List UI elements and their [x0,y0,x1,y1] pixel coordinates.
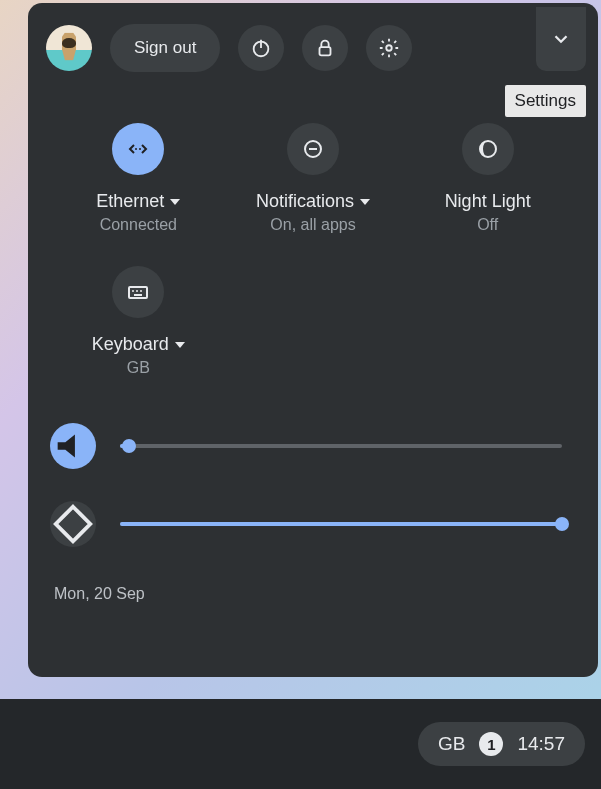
quick-settings-panel: Sign out Settings Ethernet Connected [28,3,598,677]
ime-indicator: GB [438,733,465,755]
settings-button[interactable] [366,25,412,71]
keyboard-status: GB [127,359,150,377]
night-light-icon [476,137,500,161]
power-icon [250,37,272,59]
do-not-disturb-icon [301,137,325,161]
tile-notifications: Notifications On, all apps [231,123,396,234]
clock: 14:57 [517,733,565,755]
chevron-down-icon [550,28,572,50]
notification-count-badge: 1 [479,732,503,756]
nightlight-status: Off [477,216,498,234]
svg-marker-14 [56,507,91,542]
volume-thumb[interactable] [122,439,136,453]
header-row: Sign out Settings [46,21,580,75]
volume-button[interactable] [50,423,96,469]
volume-icon [50,423,96,469]
notifications-toggle[interactable] [287,123,339,175]
keyboard-icon [126,280,150,304]
shelf: GB 1 14:57 [0,699,601,789]
caret-down-icon [175,342,185,348]
sign-out-button[interactable]: Sign out [110,24,220,72]
avatar[interactable] [46,25,92,71]
ethernet-label: Ethernet [96,191,164,212]
gear-icon [378,37,400,59]
brightness-icon [50,501,96,547]
nightlight-label: Night Light [445,191,531,212]
date-text: Mon, 20 Sep [54,585,580,603]
power-button[interactable] [238,25,284,71]
caret-down-icon [170,199,180,205]
ethernet-toggle[interactable] [112,123,164,175]
nightlight-label-row[interactable]: Night Light [445,191,531,212]
tile-nightlight: Night Light Off [405,123,570,234]
keyboard-button[interactable] [112,266,164,318]
notifications-status: On, all apps [270,216,355,234]
svg-point-3 [387,45,393,51]
svg-rect-2 [320,47,331,55]
keyboard-label: Keyboard [92,334,169,355]
nightlight-toggle[interactable] [462,123,514,175]
ethernet-status: Connected [100,216,177,234]
volume-slider[interactable] [120,444,562,448]
brightness-fill [120,522,562,526]
caret-down-icon [360,199,370,205]
tile-ethernet: Ethernet Connected [56,123,221,234]
brightness-row [50,501,562,547]
brightness-thumb[interactable] [555,517,569,531]
status-area[interactable]: GB 1 14:57 [418,722,585,766]
svg-rect-9 [129,287,147,298]
collapse-button[interactable] [536,7,586,71]
volume-row [50,423,562,469]
keyboard-label-row[interactable]: Keyboard [92,334,185,355]
lock-button[interactable] [302,25,348,71]
notifications-label-row[interactable]: Notifications [256,191,370,212]
brightness-button[interactable] [50,501,96,547]
lock-icon [314,37,336,59]
feature-tiles: Ethernet Connected Notifications On, all… [56,123,570,377]
settings-tooltip: Settings [505,85,586,117]
ethernet-label-row[interactable]: Ethernet [96,191,180,212]
brightness-slider[interactable] [120,522,562,526]
notifications-label: Notifications [256,191,354,212]
ethernet-icon [126,137,150,161]
tile-keyboard: Keyboard GB [56,266,221,377]
